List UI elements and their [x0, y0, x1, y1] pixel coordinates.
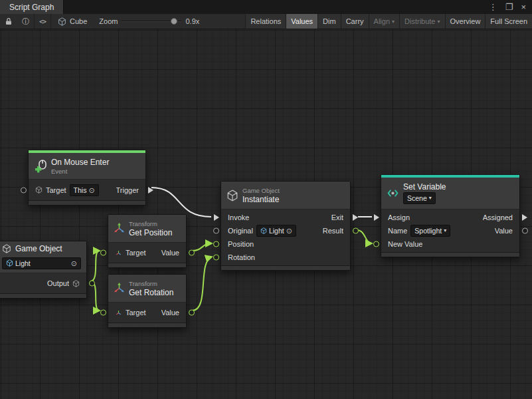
position-port-label: Position [228, 240, 254, 248]
chevron-down-icon: ▾ [392, 19, 395, 25]
object-picker-icon[interactable]: ⊙ [71, 259, 77, 268]
trigger-output-port[interactable] [148, 187, 153, 194]
invoke-port-label: Invoke [228, 213, 249, 221]
chevron-down-icon: ▾ [444, 226, 446, 235]
object-picker-icon[interactable]: ⊙ [286, 226, 292, 235]
new-value-input-port[interactable] [373, 241, 379, 247]
object-picker-icon[interactable]: ⊙ [88, 186, 94, 195]
game-object-field[interactable]: Light ⊙ [2, 257, 81, 269]
position-input-port[interactable] [213, 241, 219, 247]
zoom-group: Zoom 0.9x [94, 17, 205, 25]
variable-kind-dropdown[interactable]: Scene ▾ [403, 192, 436, 204]
transform-icon [114, 283, 125, 294]
zoom-slider-handle[interactable] [171, 18, 177, 25]
tab-script-graph[interactable]: Script Graph [0, 0, 64, 14]
value-port-label: Value [161, 309, 179, 317]
fullscreen-button[interactable]: Full Screen [485, 14, 532, 29]
maximize-icon[interactable]: ❐ [505, 2, 513, 12]
target-input-port[interactable] [100, 250, 106, 256]
info-icon[interactable]: ⓘ [17, 14, 34, 29]
overview-button[interactable]: Overview [445, 14, 486, 29]
cube-icon [2, 244, 11, 253]
graph-canvas[interactable]: On Mouse Enter Event Target This ⊙ [0, 29, 532, 399]
mouse-enter-icon [34, 160, 47, 173]
target-input-port[interactable] [21, 187, 27, 193]
wire-trigger-to-invoke [151, 188, 211, 217]
value-output-port[interactable] [522, 228, 528, 234]
chevron-down-icon: ▾ [438, 19, 440, 25]
assigned-port-label: Assigned [483, 213, 513, 221]
original-port-label: Original [228, 227, 253, 235]
cube-icon [226, 190, 238, 201]
align-dropdown[interactable]: Align▾ [369, 14, 399, 29]
node-instantiate[interactable]: Game Object Instantiate Invoke Exit Orig… [221, 181, 351, 271]
zoom-label: Zoom [99, 17, 118, 25]
node-category: Game Object [242, 187, 280, 194]
node-footer [108, 263, 186, 267]
node-title: Get Position [129, 228, 172, 237]
value-output-port[interactable] [189, 310, 195, 316]
node-title: Set Variable [403, 182, 446, 192]
node-get-rotation[interactable]: Transform Get Rotation [108, 274, 187, 328]
target-input-port[interactable] [100, 310, 106, 316]
target-port-label: Target [46, 186, 66, 194]
assign-port-label: Assign [388, 213, 410, 221]
rotation-port-label: Rotation [228, 253, 255, 261]
carry-button[interactable]: Carry [341, 14, 369, 29]
node-footer [0, 293, 86, 298]
output-port[interactable] [89, 281, 95, 287]
result-output-port[interactable] [353, 228, 359, 234]
code-view-icon[interactable]: <> [35, 14, 50, 29]
script-graph-window: Script Graph ⋮ ❐ × ⓘ <> Cube Zoom [0, 0, 532, 399]
target-port-label: Target [126, 309, 146, 317]
node-set-variable[interactable]: Set Variable Scene ▾ Assign Assigned Na [381, 174, 520, 257]
target-object-field[interactable]: This ⊙ [70, 184, 99, 196]
original-object-field[interactable]: Light ⊙ [256, 225, 296, 237]
tab-label: Script Graph [9, 3, 54, 12]
node-subtitle: Event [51, 168, 109, 175]
transform-icon [114, 223, 125, 234]
lock-icon[interactable] [0, 14, 17, 29]
exit-port-label: Exit [331, 213, 343, 221]
transform-type-icon [115, 309, 122, 317]
titlebar: Script Graph ⋮ ❐ × [0, 0, 532, 14]
transform-type-icon [115, 249, 122, 257]
graph-toolbar: ⓘ <> Cube Zoom 0.9x Relations Values Dim… [0, 14, 532, 29]
close-icon[interactable]: × [521, 2, 526, 12]
rotation-input-port[interactable] [213, 255, 219, 261]
output-port-label: Output [47, 279, 69, 287]
window-menu-icon[interactable]: ⋮ [489, 2, 497, 12]
node-title: Instantiate [242, 195, 280, 204]
node-on-mouse-enter[interactable]: On Mouse Enter Event Target This ⊙ [28, 150, 146, 205]
assign-input-port[interactable] [374, 214, 379, 221]
dim-button[interactable]: Dim [317, 14, 341, 29]
exit-output-port[interactable] [353, 214, 358, 221]
original-input-port[interactable] [213, 228, 219, 234]
graph-target[interactable]: Cube [51, 17, 94, 26]
invoke-input-port[interactable] [214, 214, 219, 221]
value-port-label: Value [161, 249, 179, 257]
distribute-dropdown[interactable]: Distribute▾ [399, 14, 444, 29]
chevron-down-icon: ▾ [429, 194, 432, 203]
wire-result-to-newvalue [357, 230, 372, 243]
zoom-slider[interactable] [122, 17, 181, 25]
wire-getrotation-value-to-rotation [192, 257, 212, 311]
name-port-label: Name [388, 227, 407, 235]
node-footer [108, 323, 186, 327]
graph-target-label: Cube [70, 17, 87, 25]
wire-getposition-value-to-position [192, 243, 212, 251]
assigned-output-port[interactable] [522, 214, 527, 221]
wire-output-to-getposition-target [90, 251, 100, 281]
value-output-port[interactable] [189, 250, 195, 256]
new-value-port-label: New Value [388, 240, 422, 248]
target-port-label: Target [126, 249, 146, 257]
node-get-position[interactable]: Transform Get Position [108, 214, 187, 268]
values-button[interactable]: Values [286, 14, 317, 29]
node-title: On Mouse Enter [51, 158, 109, 167]
node-game-object-literal[interactable]: Game Object Light ⊙ Output [0, 241, 87, 299]
value-port-label: Value [495, 227, 513, 235]
variable-name-dropdown[interactable]: Spotlight ▾ [410, 225, 450, 237]
node-footer [381, 252, 519, 257]
relations-button[interactable]: Relations [245, 14, 286, 29]
node-title: Get Rotation [129, 288, 173, 297]
